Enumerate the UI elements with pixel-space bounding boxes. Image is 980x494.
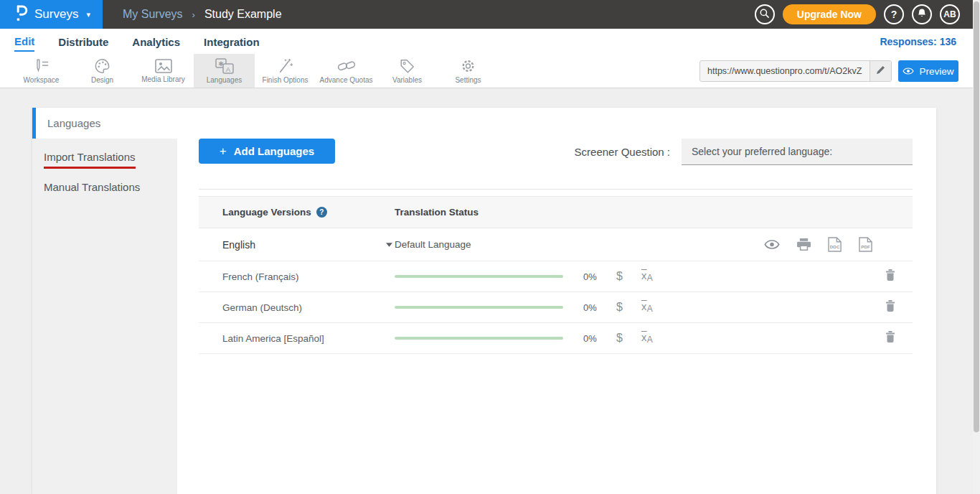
- view-eye-icon[interactable]: [764, 240, 780, 249]
- question-mark-icon: ?: [891, 9, 897, 20]
- languages-panel: Languages Import Translations Manual Tra…: [32, 108, 936, 494]
- content-area: Languages Import Translations Manual Tra…: [0, 89, 980, 494]
- tab-edit[interactable]: Edit: [14, 31, 34, 52]
- add-languages-button[interactable]: + Add Languages: [199, 139, 335, 164]
- languages-table: Language Versions ? Translation Status E…: [199, 189, 913, 354]
- edit-url-button[interactable]: [870, 61, 891, 81]
- sidebar-secondary: Import Translations Manual Translations: [32, 139, 177, 494]
- languages-main: + Add Languages Screener Question : Sele…: [177, 108, 936, 494]
- image-icon: [155, 59, 172, 73]
- scrollbar-thumb[interactable]: [974, 1, 979, 432]
- palette-icon: [94, 58, 110, 74]
- svg-text:PDF: PDF: [861, 244, 870, 249]
- vertical-scrollbar[interactable]: [973, 0, 980, 494]
- toolbar-item-languages[interactable]: ✱ A Languages: [194, 54, 255, 88]
- chain-links-icon: [337, 58, 356, 74]
- translation-progress-bar: [395, 337, 563, 340]
- default-language-cell: English: [199, 239, 395, 251]
- trash-icon: [885, 269, 895, 281]
- sidebar-item-languages[interactable]: Languages: [32, 108, 177, 139]
- export-pdf-icon[interactable]: PDF: [859, 237, 872, 252]
- avatar[interactable]: AB: [940, 4, 960, 24]
- toolbar-item-variables[interactable]: Variables: [377, 54, 438, 88]
- breadcrumb-separator-icon: ›: [192, 9, 195, 20]
- translation-status-cell: 0% $ xA: [395, 331, 913, 345]
- table-row-french: French (Français) 0% $ xA: [199, 261, 913, 292]
- breadcrumb: My Surveys › Study Example: [123, 8, 282, 21]
- tab-integration[interactable]: Integration: [204, 32, 260, 51]
- paid-translation-icon[interactable]: $: [616, 270, 623, 283]
- default-language-name: English: [222, 239, 255, 251]
- languages-sidebar: Languages Import Translations Manual Tra…: [32, 108, 177, 494]
- translation-progress-bar: [395, 275, 563, 278]
- column-language-versions: Language Versions ?: [199, 207, 395, 218]
- workspace-icon: [33, 58, 50, 74]
- table-header-row: Language Versions ? Translation Status: [199, 196, 913, 228]
- questionpro-logo-icon: [14, 4, 28, 25]
- default-language-status: Default Language: [395, 239, 471, 250]
- trash-icon: [885, 331, 895, 342]
- svg-text:A: A: [225, 65, 230, 73]
- search-button[interactable]: [755, 4, 775, 24]
- preview-button[interactable]: Preview: [898, 60, 958, 82]
- screener-question-label: Screener Question :: [575, 146, 670, 158]
- translation-status-cell: 0% $ xA: [395, 269, 913, 284]
- auto-translate-icon[interactable]: xA: [641, 332, 653, 345]
- language-name-cell: Latin America [Español]: [199, 333, 395, 344]
- toolbar-item-workspace[interactable]: Workspace: [11, 54, 72, 88]
- delete-language-button[interactable]: [885, 269, 913, 284]
- magic-wand-icon: [277, 58, 294, 74]
- delete-language-button[interactable]: [885, 331, 913, 345]
- auto-translate-icon[interactable]: xA: [641, 270, 653, 283]
- paid-translation-icon[interactable]: $: [616, 301, 623, 314]
- table-row-latin-america: Latin America [Español] 0% $ xA: [199, 323, 913, 354]
- top-header: Surveys ▾ My Surveys › Study Example Upg…: [0, 0, 980, 29]
- eye-icon: [903, 66, 914, 77]
- upgrade-now-button[interactable]: Upgrade Now: [783, 4, 876, 24]
- tab-analytics[interactable]: Analytics: [132, 32, 180, 51]
- sidebar-item-manual-translations[interactable]: Manual Translations: [32, 169, 177, 193]
- questionpro-app: Surveys ▾ My Surveys › Study Example Upg…: [0, 0, 980, 494]
- toolbar-item-settings[interactable]: Settings: [438, 54, 499, 88]
- print-icon[interactable]: [797, 238, 811, 251]
- export-doc-icon[interactable]: DOC: [828, 237, 842, 252]
- default-row-actions: DOC PDF: [764, 237, 913, 252]
- avatar-initials: AB: [943, 9, 956, 19]
- auto-translate-icon[interactable]: xA: [641, 301, 653, 314]
- search-icon: [759, 8, 770, 21]
- help-icon[interactable]: ?: [316, 207, 327, 218]
- language-name-cell: German (Deutsch): [199, 302, 395, 313]
- paid-translation-icon[interactable]: $: [616, 332, 623, 345]
- translation-percent: 0%: [583, 271, 605, 282]
- chevron-down-icon: ▾: [86, 10, 90, 19]
- tab-distribute[interactable]: Distribute: [58, 32, 108, 51]
- bell-icon: [917, 8, 927, 21]
- trash-icon: [885, 300, 895, 312]
- translate-icon: ✱ A: [215, 58, 234, 74]
- screener-question-select[interactable]: Select your preferred language:: [682, 139, 913, 165]
- notifications-button[interactable]: [912, 4, 932, 24]
- toolbar-item-finish-options[interactable]: Finish Options: [255, 54, 316, 88]
- toolbar-item-media-library[interactable]: Media Library: [133, 54, 194, 88]
- survey-url-input[interactable]: [700, 61, 870, 81]
- breadcrumb-current-survey: Study Example: [204, 8, 282, 21]
- product-name: Surveys: [34, 7, 78, 22]
- pencil-icon: [876, 65, 885, 78]
- toolbar-item-design[interactable]: Design: [72, 54, 133, 88]
- delete-language-button[interactable]: [885, 300, 913, 314]
- controls-row: + Add Languages Screener Question : Sele…: [199, 139, 913, 165]
- screener-question-group: Screener Question : Select your preferre…: [575, 139, 913, 165]
- survey-url-field: [699, 60, 892, 82]
- edit-toolbar: Workspace Design: [0, 54, 980, 88]
- breadcrumb-my-surveys[interactable]: My Surveys: [123, 8, 183, 21]
- column-translation-status: Translation Status: [395, 207, 479, 218]
- product-switcher[interactable]: Surveys ▾: [0, 0, 103, 29]
- help-button[interactable]: ?: [884, 4, 904, 24]
- toolbar-item-advance-quotas[interactable]: Advance Quotas: [316, 54, 377, 88]
- responses-count[interactable]: Responses: 136: [880, 36, 956, 47]
- tag-icon: [399, 58, 415, 74]
- chevron-down-icon[interactable]: [386, 241, 395, 248]
- sidebar-item-import-translations[interactable]: Import Translations: [32, 139, 177, 169]
- translation-status-cell: 0% $ xA: [395, 300, 913, 314]
- translation-percent: 0%: [583, 302, 605, 313]
